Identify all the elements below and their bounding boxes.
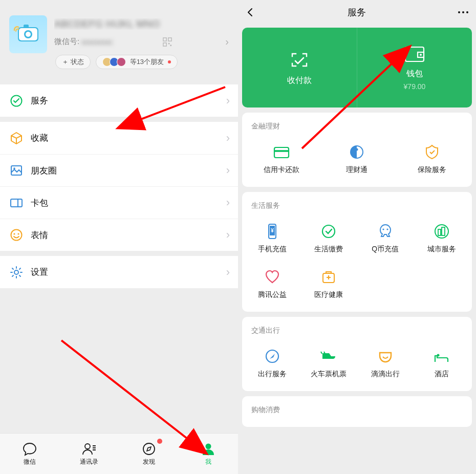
svg-rect-4 [24,25,29,28]
nickname: ABCDEFG HIJKL MNO [54,18,229,30]
svg-point-41 [437,354,439,357]
svg-point-15 [13,233,15,234]
cell-label: 酒店 [435,370,449,379]
money-code-button[interactable]: 收付款 [242,28,357,107]
row-cards[interactable]: 卡包 › [0,186,238,219]
scan-pay-icon [289,50,310,70]
chevron-right-icon: › [226,228,230,242]
cell-label: Q币充值 [372,245,399,254]
svg-point-18 [85,444,90,449]
train-icon [320,348,337,365]
cell-insurance[interactable]: 保险服务 [395,137,470,183]
row-label: 收藏 [31,132,48,144]
didi-icon [377,348,394,365]
cell-label: 出行服务 [258,370,287,379]
tab-label: 发现 [143,458,155,466]
svg-point-12 [13,167,15,169]
svg-point-17 [14,270,18,274]
cell-charity[interactable]: 腾讯公益 [244,262,300,308]
wxid-value: xxxxxxxx [81,37,112,46]
section-shopping: 购物消费 [242,396,472,427]
svg-rect-6 [168,37,171,40]
cell-label: 城市服务 [427,245,456,254]
charity-icon [264,268,281,286]
tab-label: 通讯录 [80,458,98,466]
wallet-button[interactable]: 钱包 ¥79.00 [357,28,472,107]
cell-label: 生活缴费 [314,245,343,254]
chevron-right-icon: › [226,132,230,145]
page-title: 服务 [255,6,458,18]
cell-qcoin[interactable]: Q币充值 [357,217,414,262]
svg-rect-8 [168,42,170,44]
svg-point-14 [11,230,22,241]
nav-bar: 服务 [238,0,476,25]
tab-chat[interactable]: 微信 [0,434,59,474]
section-finance: 金融理财 信用卡还款 理财通 保险服务 [242,113,472,187]
health-icon [320,268,337,286]
cards-icon [9,196,24,210]
tab-bar: 微信 通讯录 发现 我 [0,433,238,474]
row-label: 朋友圈 [31,165,57,177]
wallet-card: 收付款 钱包 ¥79.00 [242,28,472,107]
row-favorites[interactable]: 收藏 › [0,122,238,154]
svg-point-35 [386,228,388,230]
tab-discover[interactable]: 发现 [119,434,179,474]
cell-licaitong[interactable]: 理财通 [319,137,395,183]
cell-city-services[interactable]: 城市服务 [414,217,470,262]
more-icon[interactable] [458,7,469,17]
svg-rect-7 [163,42,166,46]
row-label: 服务 [31,95,48,106]
row-stickers[interactable]: 表情 › [0,219,238,251]
svg-point-16 [17,233,19,234]
profile-header[interactable]: ABCDEFG HIJKL MNO 微信号: xxxxxxxx › ＋ 状态 等… [0,0,238,76]
svg-point-23 [466,11,468,13]
cell-label: 火车票机票 [311,370,347,379]
licaitong-icon [348,143,365,161]
qrcode-icon[interactable] [163,37,172,47]
row-moments[interactable]: 朋友圈 › [0,154,238,186]
tab-contacts[interactable]: 通讯录 [59,434,119,474]
section-title: 金融理财 [244,120,470,137]
services-page: 服务 收付款 钱包 ¥79.00 金融理财 信用卡还款 [238,0,476,474]
svg-text:¥: ¥ [271,228,274,233]
svg-point-34 [382,228,384,230]
credit-card-icon [273,143,290,161]
back-icon[interactable] [245,7,255,17]
svg-point-21 [458,11,460,13]
tab-label: 微信 [24,458,36,466]
stickers-icon [9,228,24,242]
tab-me[interactable]: 我 [179,434,238,474]
moments-icon [9,163,24,178]
cell-label: 理财通 [346,165,367,175]
utilities-icon [320,223,337,240]
svg-rect-27 [274,147,289,158]
qcoin-icon [377,223,394,240]
section-title: 交通出行 [244,324,470,341]
chevron-right-icon: › [226,266,230,279]
city-icon [433,223,450,240]
svg-point-29 [356,148,358,151]
row-settings[interactable]: 设置 › [0,256,238,288]
cell-health[interactable]: 医疗健康 [300,262,357,308]
cell-hotel[interactable]: 酒店 [414,341,470,387]
svg-point-22 [462,11,464,13]
svg-rect-38 [442,227,445,235]
avatar[interactable] [9,15,47,53]
row-service[interactable]: 服务 › [0,84,238,117]
mobility-icon [264,348,281,365]
wallet-balance: ¥79.00 [404,82,426,91]
cell-train-flight[interactable]: 火车票机票 [300,341,357,387]
chevron-right-icon: › [222,36,229,48]
cell-mobile-topup[interactable]: ¥ 手机充值 [244,217,300,262]
status-button[interactable]: ＋ 状态 [55,55,91,69]
cell-label: 手机充值 [258,245,287,254]
mobile-topup-icon: ¥ [264,223,281,240]
cell-didi[interactable]: 滴滴出行 [357,341,414,387]
row-label: 表情 [31,229,48,241]
cell-label: 保险服务 [418,165,446,175]
cell-utilities[interactable]: 生活缴费 [300,217,357,262]
friends-status-button[interactable]: 等13个朋友 [96,55,178,69]
cell-credit-repay[interactable]: 信用卡还款 [244,137,319,183]
cell-mobility[interactable]: 出行服务 [244,341,300,387]
row-label: 设置 [31,266,48,278]
